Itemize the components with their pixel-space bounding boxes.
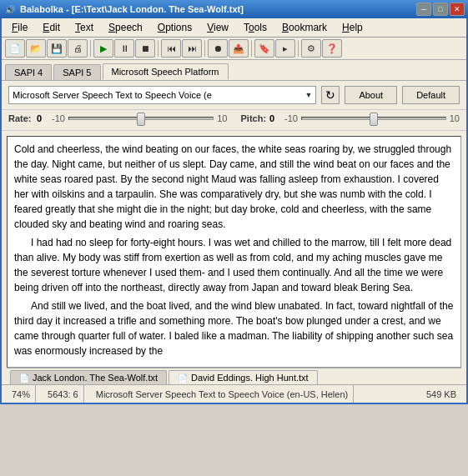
pause-button[interactable]: ⏸ (114, 39, 134, 58)
tab-sapi4[interactable]: SAPI 4 (5, 64, 52, 80)
menu-bookmark[interactable]: Bookmark (275, 20, 334, 35)
rate-max: 10 (217, 113, 227, 123)
tab-sapi5[interactable]: SAPI 5 (53, 64, 100, 80)
pitch-min: -10 (284, 113, 298, 123)
rate-slider[interactable] (68, 117, 214, 120)
more-button[interactable]: ▸ (275, 39, 295, 58)
toolbar-separator-4 (251, 40, 252, 57)
title-bar: 🔊 Balabolka - [E:\Text\Jack London. The … (0, 0, 468, 18)
rate-slider-group: Rate: 0 -10 10 (8, 113, 228, 123)
pitch-value: 0 (269, 113, 281, 123)
stop-button[interactable]: ⏹ (135, 39, 155, 58)
minimize-button[interactable]: ─ (416, 3, 431, 16)
file-icon-2: 📄 (178, 373, 188, 383)
pitch-slider[interactable] (301, 117, 446, 120)
file-tabs: 📄 Jack London. The Sea-Wolf.txt 📄 David … (7, 368, 461, 384)
tab-msp[interactable]: Microsoft Speech Platform (103, 63, 229, 80)
refresh-icon: ↻ (325, 88, 335, 102)
fast-forward-button[interactable]: ⏭ (182, 39, 202, 58)
pitch-max: 10 (450, 113, 460, 123)
pitch-thumb[interactable] (370, 113, 378, 126)
open-button[interactable]: 📂 (26, 39, 46, 58)
text-display[interactable]: Cold and cheerless, the wind beating on … (7, 136, 461, 368)
rate-label: Rate: (8, 113, 33, 123)
info-button[interactable]: ❓ (322, 39, 342, 58)
position-status: 5643: 6 (43, 385, 84, 403)
tts-tabs: SAPI 4 SAPI 5 Microsoft Speech Platform (2, 60, 466, 81)
text-paragraph-1: Cold and cheerless, the wind beating on … (14, 142, 454, 232)
app-icon: 🔊 (3, 3, 17, 16)
rate-thumb[interactable] (137, 113, 145, 126)
rewind-button[interactable]: ⏮ (161, 39, 181, 58)
status-bar: 74% 5643: 6 Microsoft Server Speech Text… (2, 384, 466, 403)
voice-info: Microsoft Server Speech Text to Speech V… (96, 389, 348, 399)
voice-status: Microsoft Server Speech Text to Speech V… (91, 385, 354, 403)
print-button[interactable]: 🖨 (68, 39, 88, 58)
zoom-value: 74% (12, 389, 30, 399)
file-tab-label-1: Jack London. The Sea-Wolf.txt (33, 373, 158, 383)
play-button[interactable]: ▶ (93, 39, 113, 58)
save-button[interactable]: 💾 (47, 39, 67, 58)
menu-options[interactable]: Options (151, 20, 199, 35)
voice-dropdown[interactable]: Microsoft Server Speech Text to Speech V… (8, 86, 316, 104)
slider-section: Rate: 0 -10 10 Pitch: 0 -10 10 (2, 110, 466, 131)
rate-min: -10 (52, 113, 65, 123)
menu-help[interactable]: Help (335, 20, 370, 35)
chevron-down-icon: ▼ (304, 91, 312, 99)
toolbar-separator-1 (90, 40, 91, 57)
record-button[interactable]: ⏺ (208, 39, 228, 58)
window-controls: ─ □ ✕ (416, 3, 465, 16)
voice-dropdown-text: Microsoft Server Speech Text to Speech V… (13, 90, 304, 100)
file-size: 549 KB (426, 389, 456, 399)
size-status: 549 KB (421, 385, 461, 403)
settings-button[interactable]: ⚙ (301, 39, 321, 58)
pitch-label: Pitch: (241, 113, 267, 123)
file-tab-1[interactable]: 📄 Jack London. The Sea-Wolf.txt (10, 370, 167, 384)
maximize-button[interactable]: □ (433, 3, 448, 16)
close-button[interactable]: ✕ (450, 3, 465, 16)
menu-bar: File Edit Text Speech Options View Tools… (2, 18, 466, 38)
text-paragraph-2: I had had no sleep for forty-eight hours… (14, 235, 454, 295)
voice-section: Microsoft Server Speech Text to Speech V… (2, 81, 466, 110)
about-button[interactable]: About (345, 86, 397, 104)
rate-value: 0 (37, 113, 48, 123)
zoom-status: 74% (7, 385, 36, 403)
menu-edit[interactable]: Edit (36, 20, 67, 35)
position-value: 5643: 6 (48, 389, 78, 399)
toolbar-separator-5 (298, 40, 299, 57)
refresh-button[interactable]: ↻ (321, 86, 340, 104)
window-title: Balabolka - [E:\Text\Jack London. The Se… (20, 4, 244, 14)
menu-view[interactable]: View (200, 20, 235, 35)
new-button[interactable]: 📄 (5, 39, 25, 58)
toolbar-separator-2 (158, 40, 159, 57)
menu-tools[interactable]: Tools (237, 20, 274, 35)
toolbar: 📄 📂 💾 🖨 ▶ ⏸ ⏹ ⏮ ⏭ ⏺ 📤 🔖 ▸ ⚙ ❓ (2, 38, 466, 60)
default-button[interactable]: Default (402, 86, 460, 104)
export-button[interactable]: 📤 (229, 39, 249, 58)
pitch-slider-group: Pitch: 0 -10 10 (241, 113, 460, 123)
file-tab-label-2: David Eddings. High Hunt.txt (191, 373, 309, 383)
menu-file[interactable]: File (5, 20, 34, 35)
toolbar-separator-3 (204, 40, 205, 57)
file-tab-2[interactable]: 📄 David Eddings. High Hunt.txt (169, 370, 318, 384)
menu-speech[interactable]: Speech (102, 20, 149, 35)
file-icon-1: 📄 (19, 373, 29, 383)
text-paragraph-3: And still we lived, and the boat lived, … (14, 298, 454, 358)
menu-text[interactable]: Text (68, 20, 100, 35)
bookmark-button[interactable]: 🔖 (254, 39, 274, 58)
